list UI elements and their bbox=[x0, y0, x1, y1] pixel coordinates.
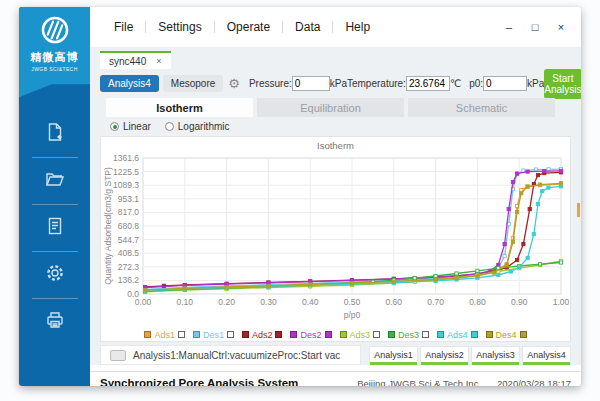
tab-equilibration[interactable]: Equilibration bbox=[257, 98, 404, 117]
legend-swatch-icon bbox=[193, 331, 200, 338]
temperature-label: Temperature: bbox=[347, 78, 406, 89]
menu-bar: FileSettingsOperateDataHelp bbox=[102, 20, 382, 34]
main-area: FileSettingsOperateDataHelp – □ × sync44… bbox=[90, 7, 581, 386]
content-area: sync440 × Analysis4 Mesopore ⚙ Pressure:… bbox=[90, 47, 581, 365]
legend-swatch-icon bbox=[242, 331, 249, 338]
document-tabstrip: sync440 × bbox=[100, 51, 571, 69]
menu-item-help[interactable]: Help bbox=[333, 20, 382, 34]
legend-item-des2[interactable]: Des2 bbox=[290, 330, 331, 340]
status-indicator-icon bbox=[110, 350, 126, 361]
tab-close-icon[interactable]: × bbox=[156, 56, 161, 66]
splitter-handle[interactable] bbox=[577, 203, 580, 217]
legend-marker-icon bbox=[520, 331, 527, 338]
legend-swatch-icon bbox=[290, 331, 297, 338]
analysis-tab-analysis1[interactable]: Analysis1 bbox=[369, 346, 418, 365]
svg-text:817.0: 817.0 bbox=[118, 207, 140, 217]
svg-text:953.1: 953.1 bbox=[118, 194, 140, 204]
analysis-tab-label: Analysis3 bbox=[472, 350, 519, 360]
pressure-label: Pressure: bbox=[249, 78, 292, 89]
legend-item-des1[interactable]: Des1 bbox=[193, 330, 234, 340]
legend-item-ads2[interactable]: Ads2 bbox=[242, 330, 283, 340]
analysis-tab-analysis3[interactable]: Analysis3 bbox=[471, 346, 520, 365]
legend-marker-icon bbox=[227, 331, 234, 338]
legend-swatch-icon bbox=[144, 331, 151, 338]
analysis-tab-analysis4[interactable]: Analysis4 bbox=[522, 346, 571, 365]
tab-schematic[interactable]: Schematic bbox=[408, 98, 555, 117]
svg-text:0.90: 0.90 bbox=[511, 297, 528, 307]
svg-text:0.30: 0.30 bbox=[260, 297, 277, 307]
analysis-selector-button[interactable]: Analysis4 bbox=[100, 75, 159, 92]
legend-label: Des1 bbox=[203, 330, 224, 340]
legend-label: Ads3 bbox=[350, 330, 371, 340]
gear-icon[interactable]: ⚙ bbox=[228, 76, 240, 91]
svg-text:136.2: 136.2 bbox=[118, 275, 140, 285]
analysis-tab-analysis2[interactable]: Analysis2 bbox=[420, 346, 469, 365]
legend-swatch-icon bbox=[486, 331, 493, 338]
analysis-tab-underline bbox=[370, 362, 417, 365]
app-title: Synchronized Pore Analysis System bbox=[100, 377, 298, 386]
chart-title: Isotherm bbox=[101, 140, 570, 152]
pressure-input[interactable] bbox=[292, 76, 330, 91]
document-tab-label: sync440 bbox=[109, 56, 146, 67]
app-window: 精微高博 JWGB SCI&TECH FileSettingsOperateDa… bbox=[19, 7, 581, 386]
datetime: 2020/03/28 18:17 bbox=[497, 378, 571, 387]
menu-item-data[interactable]: Data bbox=[283, 20, 332, 34]
restore-icon[interactable]: □ bbox=[527, 21, 543, 33]
svg-text:680.8: 680.8 bbox=[118, 221, 140, 231]
legend-item-ads1[interactable]: Ads1 bbox=[144, 330, 185, 340]
mesopore-button[interactable]: Mesopore bbox=[163, 75, 223, 92]
svg-text:0.40: 0.40 bbox=[302, 297, 319, 307]
start-analysis-button[interactable]: Start Analysis bbox=[544, 69, 581, 99]
open-folder-icon[interactable] bbox=[45, 158, 65, 204]
legend-marker-icon bbox=[178, 331, 185, 338]
temperature-input[interactable] bbox=[406, 76, 450, 91]
svg-text:0.50: 0.50 bbox=[344, 297, 361, 307]
footer-bar: Synchronized Pore Analysis System Beijin… bbox=[90, 371, 581, 386]
analysis-tab-label: Analysis4 bbox=[523, 350, 570, 360]
legend-label: Ads2 bbox=[252, 330, 273, 340]
settings-icon[interactable] bbox=[45, 252, 65, 298]
radio-logarithmic[interactable]: Logarithmic bbox=[165, 121, 230, 132]
tab-isotherm[interactable]: Isotherm bbox=[106, 98, 253, 117]
menu-item-file[interactable]: File bbox=[102, 20, 145, 34]
legend-swatch-icon bbox=[388, 331, 395, 338]
logo-block: 精微高博 JWGB SCI&TECH bbox=[19, 7, 90, 99]
legend-item-ads4[interactable]: Ads4 bbox=[437, 330, 478, 340]
company-name: Beijing JWGB Sci & Tech Inc. bbox=[357, 378, 481, 387]
minimize-icon[interactable]: – bbox=[501, 21, 517, 33]
analysis-tab-underline bbox=[472, 362, 519, 365]
radio-linear[interactable]: Linear bbox=[110, 121, 151, 132]
legend-label: Ads4 bbox=[447, 330, 468, 340]
chart-card: Isotherm 0.0136.2272.3408.5544.7680.8817… bbox=[100, 136, 571, 342]
legend-label: Ads1 bbox=[154, 330, 175, 340]
menu-item-operate[interactable]: Operate bbox=[215, 20, 282, 34]
p0-label: p0: bbox=[469, 78, 483, 89]
view-tabs: IsothermEquilibrationSchematic bbox=[106, 98, 571, 117]
svg-text:1225.5: 1225.5 bbox=[113, 167, 139, 177]
svg-text:p/p0: p/p0 bbox=[344, 310, 361, 320]
print-icon[interactable] bbox=[45, 299, 65, 345]
svg-text:1361.6: 1361.6 bbox=[113, 153, 139, 163]
analysis-tab-label: Analysis2 bbox=[421, 350, 468, 360]
jwgb-logo-icon bbox=[38, 13, 72, 49]
legend-item-des4[interactable]: Des4 bbox=[486, 330, 527, 340]
report-icon[interactable] bbox=[45, 205, 65, 251]
analysis-tab-label: Analysis1 bbox=[370, 350, 417, 360]
radio-circle-icon bbox=[165, 122, 174, 131]
menu-item-settings[interactable]: Settings bbox=[146, 20, 213, 34]
legend-item-des3[interactable]: Des3 bbox=[388, 330, 429, 340]
scale-radio-group: LinearLogarithmic bbox=[110, 119, 571, 134]
title-bar: FileSettingsOperateDataHelp – □ × bbox=[90, 7, 581, 47]
close-icon[interactable]: × bbox=[553, 21, 569, 33]
new-file-icon[interactable] bbox=[45, 111, 65, 157]
legend-item-ads3[interactable]: Ads3 bbox=[340, 330, 381, 340]
legend-label: Des2 bbox=[300, 330, 321, 340]
svg-text:0.60: 0.60 bbox=[386, 297, 403, 307]
logo-subtext: JWGB SCI&TECH bbox=[31, 66, 77, 72]
p0-input[interactable] bbox=[483, 76, 527, 91]
document-tab[interactable]: sync440 × bbox=[100, 51, 171, 69]
radio-label: Logarithmic bbox=[178, 121, 230, 132]
temperature-unit: ℃ bbox=[450, 78, 461, 89]
legend-marker-icon bbox=[422, 331, 429, 338]
svg-text:1.00: 1.00 bbox=[553, 297, 570, 307]
